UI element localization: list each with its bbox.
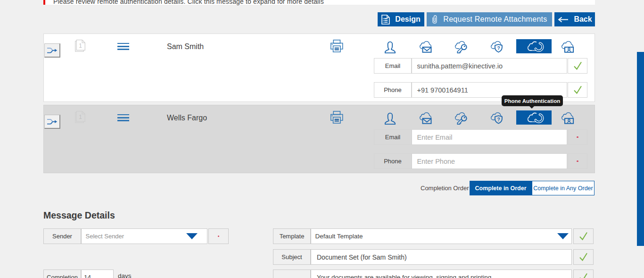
svg-text:1: 1 bbox=[79, 114, 82, 120]
svg-text:?: ? bbox=[497, 46, 500, 51]
svg-text:?: ? bbox=[497, 117, 500, 122]
svg-text:1: 1 bbox=[79, 42, 82, 49]
